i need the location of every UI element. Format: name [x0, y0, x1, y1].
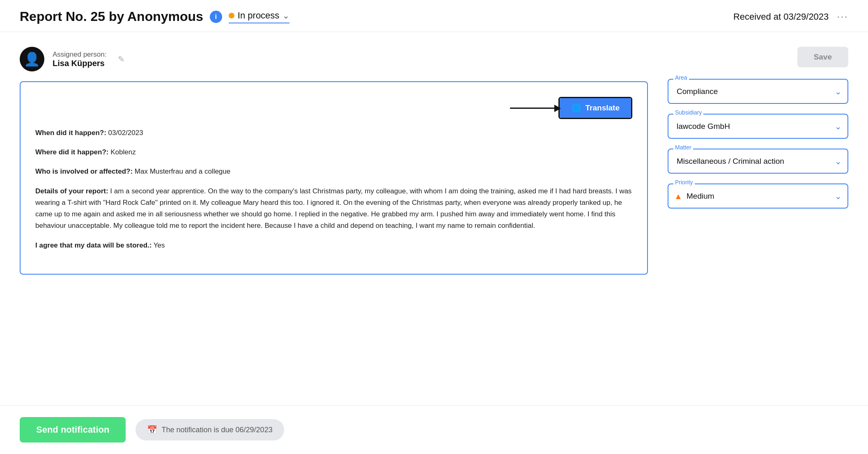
- when-label: When did it happen?:: [35, 129, 106, 137]
- assigned-name: Lisa Küppers: [53, 59, 106, 68]
- who-value: Max Musterfrau and a collegue: [135, 167, 230, 175]
- edit-icon[interactable]: ✎: [118, 54, 125, 64]
- more-options-icon[interactable]: ···: [837, 10, 848, 23]
- translate-btn-wrapper: 🌐 Translate: [558, 97, 632, 119]
- right-panel: Save Area Compliance ⌄ Subsidiary lawcod…: [668, 47, 848, 390]
- priority-select[interactable]: Medium: [668, 183, 848, 209]
- header-left: Report No. 25 by Anonymous i In process …: [20, 9, 289, 24]
- chevron-down-icon: ⌄: [282, 11, 289, 21]
- received-text: Received at 03/29/2023: [733, 11, 829, 22]
- matter-label: Matter: [673, 144, 693, 151]
- assigned-info: Assigned person: Lisa Küppers: [53, 50, 106, 68]
- when-value: 03/02/2023: [108, 129, 143, 137]
- assigned-row: 👤 Assigned person: Lisa Küppers ✎: [20, 47, 648, 71]
- subsidiary-group: Subsidiary lawcode GmbH ⌄: [668, 114, 848, 139]
- subsidiary-select[interactable]: lawcode GmbH: [668, 114, 848, 139]
- status-dot: [229, 13, 234, 18]
- header: Report No. 25 by Anonymous i In process …: [0, 0, 868, 32]
- assigned-label: Assigned person:: [53, 50, 106, 59]
- globe-icon: 🌐: [571, 103, 581, 113]
- agree-value: Yes: [154, 241, 165, 249]
- left-panel: 👤 Assigned person: Lisa Küppers ✎: [20, 47, 648, 390]
- matter-select-wrapper: Miscellaneous / Criminal action ⌄: [668, 149, 848, 174]
- matter-group: Matter Miscellaneous / Criminal action ⌄: [668, 149, 848, 174]
- person-icon: 👤: [24, 51, 40, 67]
- report-card: 🌐 Translate When did it happen?: 03/02/2…: [20, 81, 648, 275]
- bottom-bar: Send notification 📅 The notification is …: [0, 405, 868, 454]
- subsidiary-label: Subsidiary: [673, 109, 703, 116]
- notification-due-badge: 📅 The notification is due 06/29/2023: [135, 419, 284, 440]
- where-label: Where did it happen?:: [35, 148, 109, 156]
- who-field: Who is involved or affected?: Max Muster…: [35, 166, 632, 177]
- avatar: 👤: [20, 47, 44, 71]
- save-button[interactable]: Save: [797, 47, 848, 67]
- send-notification-button[interactable]: Send notification: [20, 417, 126, 443]
- status-dropdown[interactable]: In process ⌄: [229, 10, 290, 23]
- report-title: Report No. 25 by Anonymous: [20, 9, 203, 24]
- area-select-wrapper: Compliance ⌄: [668, 79, 848, 104]
- details-value: I am a second year apprentice. On the wa…: [35, 187, 631, 229]
- details-label: Details of your report:: [35, 187, 108, 195]
- where-value: Koblenz: [110, 148, 135, 156]
- area-group: Area Compliance ⌄: [668, 79, 848, 104]
- area-label: Area: [673, 74, 689, 81]
- where-field: Where did it happen?: Koblenz: [35, 147, 632, 158]
- translate-button[interactable]: 🌐 Translate: [560, 98, 631, 118]
- matter-select[interactable]: Miscellaneous / Criminal action: [668, 149, 848, 174]
- priority-select-wrapper: ▲ Medium ⌄: [668, 183, 848, 209]
- status-label: In process: [238, 10, 280, 21]
- header-right: Received at 03/29/2023 ···: [733, 10, 848, 23]
- subsidiary-select-wrapper: lawcode GmbH ⌄: [668, 114, 848, 139]
- when-field: When did it happen?: 03/02/2023: [35, 127, 632, 138]
- main-content: 👤 Assigned person: Lisa Küppers ✎: [0, 32, 868, 405]
- calendar-icon: 📅: [147, 425, 157, 435]
- priority-group: Priority ▲ Medium ⌄: [668, 183, 848, 209]
- agree-field: I agree that my data will be stored.: Ye…: [35, 240, 632, 251]
- info-icon[interactable]: i: [210, 11, 222, 23]
- notification-due-text: The notification is due 06/29/2023: [161, 426, 272, 434]
- save-row: Save: [668, 47, 848, 67]
- details-field: Details of your report: I am a second ye…: [35, 186, 632, 232]
- priority-label: Priority: [673, 179, 695, 186]
- area-select[interactable]: Compliance: [668, 79, 848, 104]
- translate-row: 🌐 Translate: [35, 97, 632, 117]
- who-label: Who is involved or affected?:: [35, 167, 133, 175]
- page-wrapper: Report No. 25 by Anonymous i In process …: [0, 0, 868, 454]
- agree-label: I agree that my data will be stored.:: [35, 241, 152, 249]
